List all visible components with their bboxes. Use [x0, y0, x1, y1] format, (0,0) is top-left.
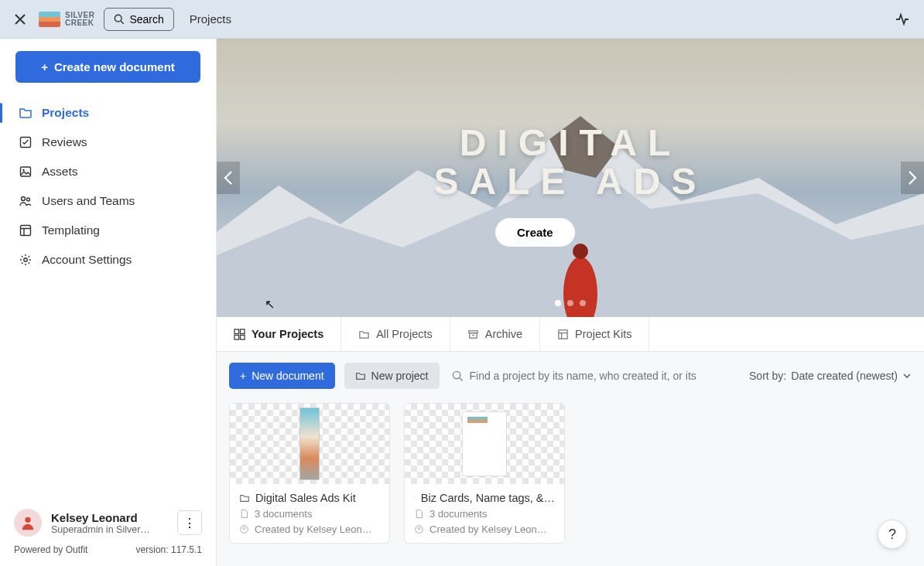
sidebar-label: Reviews: [42, 135, 87, 149]
create-document-label: Create new document: [54, 60, 175, 73]
tab-your-projects[interactable]: Your Projects: [217, 317, 341, 351]
project-title: Digital Sales Ads Kit: [255, 492, 356, 504]
svg-rect-14: [234, 329, 239, 333]
create-document-button[interactable]: + Create new document: [15, 51, 200, 83]
carousel-dots: [555, 300, 586, 306]
chevron-right-icon: [907, 170, 918, 186]
user-name: Kelsey Leonard: [51, 511, 168, 524]
hero-create-button[interactable]: Create: [495, 218, 575, 247]
svg-point-5: [27, 198, 30, 201]
new-project-button[interactable]: New project: [344, 363, 440, 389]
svg-rect-6: [21, 226, 31, 236]
project-doc-count: 3 documents: [429, 508, 487, 520]
project-card[interactable]: Digital Sales Ads Kit 3 documents Create…: [229, 403, 390, 544]
project-title: Biz Cards, Name tags, &…: [421, 492, 555, 504]
sort-value: Date created (newest): [791, 370, 898, 382]
plus-icon: +: [240, 370, 246, 382]
new-document-button[interactable]: + New document: [229, 363, 335, 389]
svg-rect-17: [240, 335, 245, 339]
sort-label: Sort by:: [749, 370, 786, 382]
users-icon: [19, 194, 33, 208]
folder-icon: [414, 493, 416, 503]
carousel-next-button[interactable]: [901, 162, 924, 194]
template-icon: [19, 223, 33, 237]
powered-by: Powered by Outfit: [14, 544, 87, 555]
svg-point-7: [24, 258, 27, 261]
logo-mark-icon: [39, 12, 60, 27]
plus-icon: +: [41, 60, 48, 73]
sidebar-item-projects[interactable]: Projects: [9, 98, 207, 128]
sidebar-label: Assets: [42, 165, 78, 179]
folder-icon: [19, 106, 33, 120]
project-creator: Created by Kelsey Leon…: [255, 523, 372, 535]
search-label: Search: [129, 13, 163, 26]
svg-rect-2: [21, 167, 31, 176]
logo-text-1: SILVER: [65, 12, 94, 19]
search-button[interactable]: Search: [104, 8, 173, 31]
sidebar-item-templating[interactable]: Templating: [9, 216, 207, 245]
carousel-dot[interactable]: [555, 300, 561, 306]
sidebar-item-users-teams[interactable]: Users and Teams: [9, 186, 207, 216]
svg-point-21: [453, 371, 460, 378]
carousel-dot[interactable]: [580, 300, 586, 306]
tab-archive[interactable]: Archive: [450, 317, 540, 351]
svg-rect-15: [240, 329, 245, 333]
folder-icon: [239, 493, 250, 503]
svg-rect-16: [234, 335, 239, 339]
user-role: Superadmin in Silver…: [51, 524, 168, 535]
version-label: version: 117.5.1: [136, 544, 202, 555]
new-project-label: New project: [371, 370, 429, 382]
sidebar-item-reviews[interactable]: Reviews: [9, 128, 207, 157]
svg-point-4: [22, 197, 26, 201]
tab-label: Your Projects: [252, 328, 323, 340]
hero-banner: DIGITAL SALE ADS Create ↖: [217, 39, 924, 317]
project-thumbnail: [230, 404, 389, 484]
tab-label: All Projects: [376, 328, 433, 340]
project-doc-count: 3 documents: [255, 508, 312, 520]
breadcrumb: Projects: [190, 12, 231, 26]
svg-point-3: [22, 169, 24, 171]
logo-text-2: CREEK: [65, 19, 94, 27]
avatar[interactable]: [14, 509, 42, 537]
tab-label: Archive: [485, 328, 522, 340]
project-card[interactable]: Biz Cards, Name tags, &… 3 documents Cre…: [404, 403, 565, 544]
svg-point-13: [573, 244, 588, 259]
brand-logo[interactable]: SILVER CREEK: [39, 12, 94, 27]
sidebar-label: Templating: [42, 223, 100, 237]
svg-point-8: [25, 517, 30, 523]
chevron-left-icon: [223, 170, 234, 186]
user-menu-button[interactable]: ⋮: [177, 510, 202, 535]
project-thumbnail: [405, 404, 564, 484]
user-icon: [414, 524, 424, 534]
svg-rect-20: [559, 329, 567, 338]
kit-icon: [557, 329, 569, 340]
carousel-prev-button[interactable]: [217, 162, 240, 194]
svg-point-0: [115, 15, 122, 22]
tab-all-projects[interactable]: All Projects: [341, 317, 450, 351]
tab-project-kits[interactable]: Project Kits: [540, 317, 649, 351]
sidebar-item-account-settings[interactable]: Account Settings: [9, 245, 207, 274]
project-search-input[interactable]: [470, 370, 737, 382]
sidebar-label: Account Settings: [42, 253, 132, 267]
sidebar-label: Projects: [42, 106, 89, 120]
search-icon: [114, 14, 125, 25]
review-icon: [19, 135, 33, 149]
folder-icon: [355, 370, 366, 381]
carousel-dot[interactable]: [567, 300, 573, 306]
close-button[interactable]: [11, 10, 29, 29]
gear-icon: [19, 253, 33, 267]
svg-point-23: [243, 527, 245, 530]
help-button[interactable]: ?: [878, 520, 907, 549]
sort-dropdown[interactable]: Sort by: Date created (newest): [749, 370, 912, 382]
activity-icon[interactable]: [891, 9, 913, 30]
help-icon: ?: [888, 527, 896, 543]
document-icon: [414, 509, 424, 519]
sidebar-item-assets[interactable]: Assets: [9, 157, 207, 186]
search-icon: [452, 370, 464, 382]
hero-title: DIGITAL SALE ADS: [434, 124, 707, 202]
user-icon: [239, 524, 249, 534]
image-icon: [19, 165, 33, 179]
new-document-label: New document: [252, 370, 323, 382]
project-creator: Created by Kelsey Leon…: [429, 523, 547, 535]
svg-point-25: [418, 527, 420, 530]
